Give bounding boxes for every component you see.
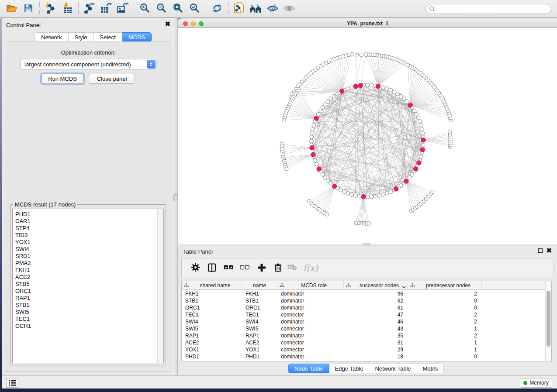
graph-node[interactable] (389, 190, 393, 194)
table-cell[interactable]: 18 (344, 353, 408, 360)
tab-mcds[interactable]: MCDS (122, 32, 152, 42)
graph-leaf-node[interactable] (360, 53, 363, 56)
graph-node[interactable] (370, 83, 374, 87)
column-header-MCDS-role[interactable]: MCDS role (277, 281, 344, 290)
result-node-item[interactable]: PHD1 (13, 211, 157, 218)
graph-node[interactable] (366, 195, 370, 199)
run-mcds-button[interactable]: Run MCDS (42, 74, 83, 84)
window-close-button[interactable] (183, 21, 188, 26)
table-cell[interactable]: connector (277, 346, 344, 353)
graph-node[interactable] (329, 97, 333, 101)
tab-node-table[interactable]: Node Table (288, 364, 329, 373)
graph-leaf-node[interactable] (367, 222, 370, 225)
graph-leaf-node[interactable] (431, 190, 434, 193)
graph-node[interactable] (389, 88, 393, 92)
import-table-button[interactable] (59, 1, 76, 16)
table-row[interactable]: SWI4SWI4dominator462 (182, 318, 545, 325)
graph-node[interactable] (399, 184, 403, 188)
result-node-item[interactable]: TID3 (13, 232, 157, 239)
open-file-button[interactable] (3, 1, 20, 16)
close-panel-icon[interactable]: ✖ (546, 248, 552, 253)
table-cell[interactable]: 0 (408, 304, 482, 311)
graph-node[interactable] (416, 116, 420, 120)
criterion-select[interactable]: largest connected component (undirected) (20, 59, 156, 69)
graph-hub-node[interactable] (340, 89, 344, 93)
table-cell[interactable]: connector (277, 339, 344, 346)
hide-panel-button[interactable] (264, 1, 281, 16)
graph-hub-node[interactable] (311, 152, 315, 157)
result-node-item[interactable]: SWI5 (13, 309, 157, 316)
graph-node[interactable] (321, 172, 325, 176)
table-cell[interactable]: connector (277, 325, 344, 332)
table-cell[interactable]: YOX1 (242, 346, 277, 353)
graph-hub-node[interactable] (361, 194, 366, 199)
graph-node[interactable] (323, 176, 327, 180)
table-cell[interactable]: 31 (344, 339, 408, 346)
zoom-out-button[interactable] (153, 1, 170, 16)
graph-node[interactable] (353, 194, 357, 198)
table-row[interactable]: RAP1RAP1dominator352 (182, 332, 545, 339)
select-all-button[interactable] (222, 258, 235, 278)
graph-node[interactable] (377, 194, 381, 198)
table-cell[interactable]: STB1 (242, 297, 277, 304)
graph-node[interactable] (381, 86, 385, 89)
graph-node[interactable] (343, 190, 346, 194)
graph-node[interactable] (315, 162, 318, 166)
save-session-button[interactable] (20, 1, 37, 16)
graph-node[interactable] (323, 103, 327, 107)
zoom-selected-button[interactable] (187, 1, 203, 16)
table-cell[interactable]: 0 (408, 297, 482, 304)
table-settings-button[interactable] (189, 258, 202, 278)
table-row[interactable]: FKH1FKH1dominator962 (182, 290, 545, 297)
table-cell[interactable]: 62 (344, 297, 408, 304)
graph-node[interactable] (419, 124, 423, 127)
zoom-fit-button[interactable] (170, 1, 187, 16)
graph-node[interactable] (326, 100, 330, 103)
table-scrollbar[interactable] (545, 281, 551, 361)
result-list-scrollbar[interactable] (157, 209, 163, 363)
table-cell[interactable]: ORC1 (182, 304, 242, 311)
float-panel-icon[interactable] (157, 22, 161, 26)
graph-node[interactable] (326, 179, 330, 182)
table-cell[interactable]: SWI4 (182, 318, 242, 325)
graph-node[interactable] (310, 131, 314, 135)
table-cell[interactable]: PHD1 (242, 353, 277, 360)
graph-hub-node[interactable] (420, 148, 425, 152)
column-visibility-button[interactable] (205, 258, 218, 278)
graph-node[interactable] (410, 172, 414, 176)
result-node-item[interactable]: STP4 (13, 225, 157, 232)
table-cell[interactable]: connector (277, 311, 344, 318)
result-node-item[interactable]: YOX1 (13, 239, 157, 246)
search-input[interactable] (426, 4, 551, 14)
graph-node[interactable] (385, 192, 389, 196)
close-panel-icon[interactable]: ✖ (165, 22, 170, 26)
graph-hub-node[interactable] (394, 187, 398, 191)
graph-node[interactable] (374, 194, 377, 198)
export-table-button[interactable] (98, 1, 114, 16)
graph-hub-node[interactable] (310, 145, 314, 150)
graph-node[interactable] (318, 109, 322, 113)
graph-node[interactable] (399, 94, 403, 98)
graph-hub-node[interactable] (376, 84, 380, 88)
graph-leaf-node[interactable] (364, 53, 367, 56)
graph-node[interactable] (412, 109, 416, 113)
import-network-button[interactable] (42, 1, 59, 16)
table-cell[interactable]: SWI5 (242, 325, 277, 332)
graph-node[interactable] (310, 135, 314, 139)
graph-hub-node[interactable] (421, 138, 426, 142)
graph-node[interactable] (357, 194, 361, 198)
network-canvas[interactable] (178, 28, 557, 244)
graph-hub-node[interactable] (332, 184, 337, 188)
column-header-successor-nodes[interactable]: successor nodes (344, 281, 408, 290)
table-row[interactable]: ACE2ACE2connector311 (182, 339, 545, 346)
graph-node[interactable] (310, 139, 314, 143)
graph-node[interactable] (408, 176, 412, 180)
graph-node[interactable] (415, 112, 419, 116)
table-cell[interactable]: dominator (277, 332, 344, 339)
graph-node[interactable] (339, 188, 343, 192)
graph-node[interactable] (335, 92, 339, 96)
column-header-shared-name[interactable]: shared name (182, 281, 242, 290)
tab-select[interactable]: Select (94, 32, 122, 42)
table-cell[interactable]: 29 (344, 346, 408, 353)
column-header-predecessor-nodes[interactable]: predecessor nodes (408, 281, 482, 290)
